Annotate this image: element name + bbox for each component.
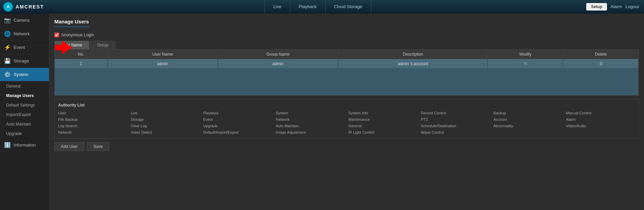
sidebar-sub-manage-users[interactable]: Manage Users	[0, 91, 49, 100]
authority-grid: User Live Playback System System Info Re…	[58, 110, 635, 135]
authority-title: Authority List	[58, 103, 635, 108]
cell-no: 1	[55, 59, 107, 68]
col-header-groupname: Group Name	[217, 50, 338, 59]
auth-event: Event	[203, 117, 273, 122]
sidebar-item-system[interactable]: ⚙️ System	[0, 68, 49, 81]
add-user-button[interactable]: Add User	[54, 142, 84, 151]
anonymous-login-row: Anonymous Login	[54, 33, 639, 37]
auth-network: Network	[276, 117, 345, 122]
auth-ptz: PTZ	[421, 117, 490, 122]
system-icon: ⚙️	[4, 71, 11, 78]
sidebar-sub-upgrade[interactable]: Upgrade	[0, 129, 49, 138]
auth-storage: Storage	[131, 117, 200, 122]
sidebar-label-storage: Storage	[14, 58, 29, 63]
auth-abnormality: Abnormality	[493, 123, 563, 129]
sidebar-sub-default-settings[interactable]: Default Settings	[0, 100, 49, 110]
sidebar-label-network: Network	[14, 31, 30, 36]
col-header-no: No.	[55, 50, 107, 59]
sidebar-label-system: System	[14, 72, 28, 77]
logout-link[interactable]: Logout	[625, 4, 639, 9]
setup-button[interactable]: Setup	[586, 3, 607, 11]
sidebar-label-camera: Camera	[14, 18, 29, 23]
auth-system-info: System Info	[348, 110, 418, 116]
users-table-container: No. User Name Group Name Description Mod…	[54, 49, 639, 96]
sidebar-item-information[interactable]: ℹ️ Information	[0, 138, 49, 152]
col-header-description: Description	[338, 50, 488, 59]
logo-area: A AMCREST	[0, 2, 49, 12]
sidebar-label-event: Event	[14, 45, 25, 50]
col-header-username: User Name	[107, 50, 217, 59]
sidebar-sub-import-export[interactable]: Import/Export	[0, 110, 49, 119]
auth-account: Account	[493, 117, 563, 122]
auth-maintenance: Maintenance	[348, 117, 418, 122]
sidebar-sub-auto-maintain[interactable]: Auto Maintain	[0, 119, 49, 129]
nav-live[interactable]: Live	[264, 0, 290, 14]
header: A AMCREST Live Playback Cloud Storage Se…	[0, 0, 644, 14]
content-inner: Manage Users Anonymous Login User Name G…	[54, 19, 639, 151]
auth-video-detect: Video Detect	[131, 130, 200, 135]
auth-wiper-control: Wiper Control	[421, 130, 490, 135]
authority-section: Authority List User Live Playback System…	[54, 99, 639, 139]
auth-default-import-export: Default/Import/Export	[203, 130, 273, 135]
nav-links: Live Playback Cloud Storage	[49, 0, 586, 14]
auth-empty2	[566, 130, 636, 135]
sidebar-label-information: Information	[14, 142, 36, 148]
cell-username: admin	[107, 59, 217, 68]
sidebar-item-event[interactable]: ⚡ Event	[0, 41, 49, 54]
nav-playback[interactable]: Playback	[290, 0, 326, 14]
auth-upgrade: Upgrade	[203, 123, 273, 129]
cell-description: admin 's account	[338, 59, 488, 68]
auth-live: Live	[131, 110, 200, 116]
auth-manual-control: Manual Control	[566, 110, 636, 116]
information-icon: ℹ️	[4, 142, 11, 148]
auth-backup: Backup	[493, 110, 563, 116]
auth-auto-maintain: Auto Maintain	[276, 123, 345, 129]
auth-file-backup: File Backup	[58, 117, 127, 122]
sidebar-item-storage[interactable]: 💾 Storage	[0, 54, 49, 68]
auth-empty1	[493, 130, 563, 135]
cell-delete[interactable]: 🗑	[563, 59, 639, 68]
save-button[interactable]: Save	[87, 142, 109, 151]
auth-image-adjustment: Image Adjustment	[276, 130, 345, 135]
alarm-link[interactable]: Alarm	[610, 4, 622, 9]
logo-text: AMCREST	[16, 4, 44, 9]
sidebar: 📷 Camera 🌐 Network ⚡ Event 💾 Storage ⚙️ …	[0, 14, 49, 210]
auth-system: System	[276, 110, 345, 116]
auth-record-control: Record Control	[421, 110, 490, 116]
camera-icon: 📷	[4, 17, 11, 23]
cell-modify[interactable]: ✎	[487, 59, 563, 68]
empty-row	[55, 68, 639, 95]
anonymous-login-label: Anonymous Login	[61, 33, 94, 37]
user-tabs: User Name Group	[54, 41, 639, 49]
col-header-modify: Modify	[487, 50, 563, 59]
sidebar-item-network[interactable]: 🌐 Network	[0, 27, 49, 41]
action-buttons: Add User Save	[54, 142, 639, 151]
network-icon: 🌐	[4, 31, 11, 37]
sidebar-sub-general[interactable]: General	[0, 81, 49, 91]
modify-icon[interactable]: ✎	[524, 61, 527, 66]
table-row: 1 admin admin admin 's account ✎ 🗑	[55, 59, 639, 68]
tab-group[interactable]: Group	[90, 41, 116, 49]
delete-icon[interactable]: 🗑	[599, 61, 603, 66]
sidebar-item-camera[interactable]: 📷 Camera	[0, 14, 49, 27]
cell-groupname: admin	[217, 59, 338, 68]
auth-alarm: Alarm	[566, 117, 636, 122]
auth-video-audio: Video/Audio	[566, 123, 636, 129]
header-right: Setup Alarm Logout	[586, 3, 644, 11]
auth-playback: Playback	[203, 110, 273, 116]
auth-user: User	[58, 110, 127, 116]
users-table: No. User Name Group Name Description Mod…	[55, 50, 639, 95]
auth-ir-light-control: IR Light Control	[348, 130, 418, 135]
auth-network2: Network	[58, 130, 127, 135]
anonymous-login-checkbox[interactable]	[54, 33, 59, 37]
amcrest-logo-icon: A	[3, 2, 13, 12]
storage-icon: 💾	[4, 58, 11, 64]
nav-cloud-storage[interactable]: Cloud Storage	[326, 0, 371, 14]
tab-username[interactable]: User Name	[54, 41, 89, 49]
main-layout: 📷 Camera 🌐 Network ⚡ Event 💾 Storage ⚙️ …	[0, 14, 644, 210]
auth-general: General	[348, 123, 418, 129]
content-area: Manage Users Anonymous Login User Name G…	[49, 14, 644, 210]
page-title: Manage Users	[54, 19, 89, 27]
auth-clear-log: Clear Log	[131, 123, 200, 129]
col-header-delete: Delete	[563, 50, 639, 59]
